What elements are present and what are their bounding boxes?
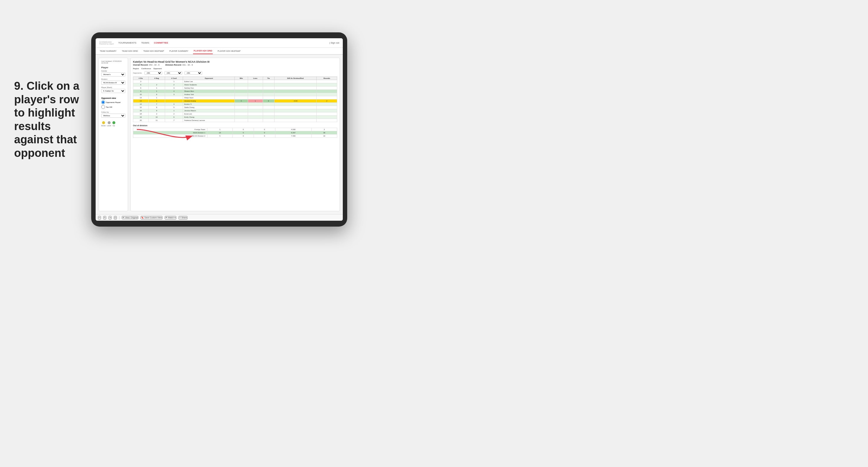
toolbar-divider-1 [119,216,120,220]
filter-group-conference: Conference [141,68,151,69]
player-rank-label: Player (Rank) [101,87,125,88]
overall-record: Overall Record: 353 - 34 - 6 Division Re… [133,64,337,66]
radio-opponents-played[interactable]: Opponents Played [101,100,125,104]
colour-section: Colour by Win/loss [101,111,125,120]
sub-nav: TEAM SUMMARY TEAM H2H GRID TEAM H2H HEAT… [96,48,343,55]
colour-by-label: Colour by [101,111,125,113]
forward-button[interactable]: ⇥ [108,216,112,220]
table-row[interactable]: 131Jessica Huang010-3.002 [133,99,337,103]
col-win: Win [235,77,248,80]
filter-group-region: Region [133,68,139,69]
main-content: Last Updated: 27/03/2024 16:55:28 Player… [96,55,343,214]
table-row[interactable]: 522Alexis Sudjianto [133,83,337,87]
crop-button[interactable]: ⊡ [114,216,117,220]
table-row[interactable]: 31Esther Lee [133,80,337,83]
tablet-frame: SCOREBOARD Powered by clippd TOURNAMENTS… [91,32,347,226]
filter-row-selects: Opponents: (All) (All) (All) [133,71,337,75]
watch-button[interactable]: 👁 Watch ▾ [165,216,176,220]
table-row[interactable]: 613Sydney Kuo [133,87,337,90]
col-opponent: Opponent [183,77,235,80]
conference-label: Conference [141,68,151,69]
table-row[interactable]: 914Sharon Mun [133,90,337,93]
out-of-division-title: Out of division [133,124,337,127]
legend-level-dot [108,121,111,124]
opponents-label: Opponents: [133,72,142,74]
col-reg: # Reg [148,77,165,80]
nav-teams[interactable]: TEAMS [141,41,150,45]
gender-label: Gender [101,70,125,72]
legend-up-dot [113,121,115,124]
table-row[interactable]: 1691Jessica Mason [133,109,337,113]
table-row[interactable]: 1585Stella Cheng [133,106,337,109]
subnav-team-h2h-heatmap[interactable]: TEAM H2H HEATMAP [143,48,165,54]
legend-down-dot [102,121,105,124]
player-rank-select[interactable]: 8. Katelyn Vo [101,89,125,93]
view-original-button[interactable]: 👁 View: Original [122,216,138,219]
annotation-arrow [135,128,194,144]
subnav-player-h2h-heatmap[interactable]: PLAYER H2H HEATMAP [217,48,241,54]
legend: Down Level Up [101,121,125,127]
subnav-team-h2h-grid[interactable]: TEAM H2H GRID [121,48,138,54]
col-diff: Diff Av Strokes/Rnd [274,77,317,80]
region-select[interactable]: (All) [145,71,162,75]
left-panel: Last Updated: 27/03/2024 16:55:28 Player… [99,58,128,211]
legend-up-label: Up [113,125,115,127]
nav-bar: SCOREBOARD Powered by clippd TOURNAMENTS… [96,38,343,48]
col-tie: Tie [263,77,274,80]
table-row[interactable]: 131Heejo Hyun [133,96,337,99]
legend-down-label: Down [101,125,105,127]
nav-links: TOURNAMENTS TEAMS COMMITTEE [118,41,329,45]
subnav-player-summary[interactable]: PLAYER SUMMARY [169,48,189,54]
table-row[interactable]: 1822Euna Lee [133,113,337,116]
filter-row: Region Conference Opponent [133,68,337,69]
nav-tournaments[interactable]: TOURNAMENTS [118,41,136,45]
table-row[interactable]: 20117Federica Domecq Lacroze [133,119,337,122]
share-button[interactable]: ⇧ Share [179,216,188,220]
legend-level-label: Level [107,125,111,127]
logo-main: SCOREBOARD [99,41,114,43]
grid-title: Katelyn Vo Head-to-Head Grid for Women's… [133,60,337,63]
region-label: Region [133,68,139,69]
undo-button[interactable]: ↩ [98,216,101,220]
redo-button[interactable]: ↻ [103,216,106,220]
opponent-label: Opponent [153,68,161,69]
table-row[interactable]: 1474Eunice Yi [133,103,337,106]
nav-committee[interactable]: COMMITTEE [154,41,168,45]
toolbar: ↩ ↻ ⇥ ⊡ 👁 View: Original 🔖 Save Custom V… [96,214,343,221]
table-row[interactable]: 19106Emily Chang [133,116,337,119]
subnav-team-summary[interactable]: TEAM SUMMARY [99,48,117,54]
colour-by-select[interactable]: Win/loss [101,114,125,118]
annotation-text: 9. Click on a player's row to highlight … [14,80,91,160]
table-row[interactable]: 1063Andrea York [133,93,337,96]
subnav-player-h2h-grid[interactable]: PLAYER H2H GRID [193,48,213,54]
opponent-select[interactable]: (All) [185,71,202,75]
sign-out[interactable]: | Sign out [329,41,339,44]
logo-sub: Powered by clippd [99,43,114,45]
tablet-screen: SCOREBOARD Powered by clippd TOURNAMENTS… [96,38,343,221]
data-table: # Div # Reg # Conf Opponent Win Loss Tie… [133,76,337,122]
conference-select[interactable]: (All) [164,71,182,75]
opponent-view-title: Opponent view [101,97,125,99]
player-section-title: Player [101,66,125,69]
last-updated: Last Updated: 27/03/2024 16:55:28 [101,60,125,64]
logo: SCOREBOARD Powered by clippd [99,41,114,45]
gender-select[interactable]: Women's [101,72,125,76]
col-loss: Loss [248,77,263,80]
col-div: # Div [133,77,149,80]
save-custom-view-button[interactable]: 🔖 Save Custom View [141,216,162,220]
col-conf: # Conf [165,77,183,80]
col-rounds: Rounds [317,77,337,80]
division-select[interactable]: NCAA Division III [101,81,125,85]
filter-group-opponent: Opponent [153,68,161,69]
division-label: Division [101,78,125,80]
radio-top100[interactable]: Top 100 [101,105,125,109]
